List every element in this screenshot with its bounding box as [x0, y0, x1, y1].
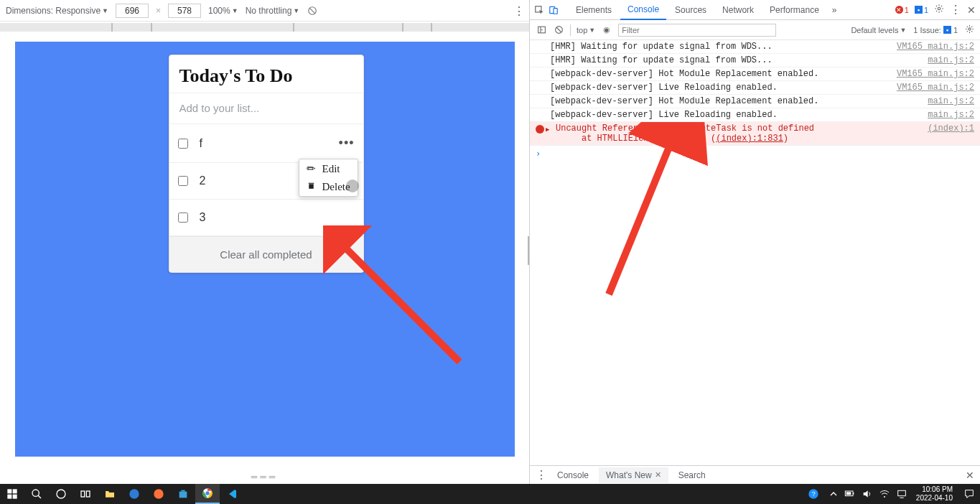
- firefox-icon[interactable]: [146, 484, 171, 504]
- app-frame: Today's To Do f ••• 2: [15, 42, 515, 457]
- wifi-icon[interactable]: [876, 484, 893, 504]
- message-source-link[interactable]: VM165 main.js:2: [888, 69, 974, 79]
- tab-network[interactable]: Network: [715, 1, 761, 19]
- drawer-tab-whatsnew[interactable]: What's New ✕: [599, 467, 668, 483]
- message-source-link[interactable]: VM165 main.js:2: [888, 83, 974, 93]
- device-viewport: Today's To Do f ••• 2: [0, 32, 529, 470]
- edge-icon[interactable]: [122, 484, 146, 504]
- drawer-kebab-icon[interactable]: ⋮: [536, 468, 547, 482]
- task-text: f: [200, 137, 202, 150]
- error-count-badge[interactable]: ✕ 1: [895, 6, 909, 14]
- log-levels-dropdown[interactable]: Default levels ▼: [851, 26, 906, 34]
- height-input[interactable]: [168, 4, 201, 18]
- console-message[interactable]: [webpack-dev-server] Live Reloading enab…: [530, 81, 980, 95]
- file-explorer-icon[interactable]: [98, 484, 122, 504]
- kebab-menu-icon[interactable]: ⋮: [950, 3, 961, 17]
- vertical-splitter[interactable]: [528, 236, 529, 265]
- clear-console-icon[interactable]: [553, 24, 564, 36]
- throttling-dropdown[interactable]: No throttling ▼: [246, 6, 300, 16]
- console-message[interactable]: [HMR] Waiting for update signal from WDS…: [530, 54, 980, 67]
- console-message[interactable]: [HMR] Waiting for update signal from WDS…: [530, 40, 980, 54]
- message-text: [webpack-dev-server] Hot Module Replacem…: [550, 96, 818, 106]
- action-center-icon[interactable]: [958, 484, 980, 504]
- console-error-message[interactable]: ▶ Uncaught ReferenceError: deleteTask is…: [530, 122, 980, 146]
- tab-elements[interactable]: Elements: [569, 1, 619, 19]
- close-devtools-icon[interactable]: ✕: [967, 4, 976, 16]
- search-icon[interactable]: [24, 484, 49, 504]
- svg-rect-28: [181, 490, 185, 492]
- message-icon: ▪: [915, 6, 923, 14]
- svg-point-36: [884, 496, 885, 498]
- task-checkbox[interactable]: [178, 139, 188, 149]
- svg-line-13: [556, 27, 561, 32]
- message-text: [webpack-dev-server] Live Reloading enab…: [550, 83, 778, 93]
- tab-console[interactable]: Console: [620, 0, 666, 20]
- console-message[interactable]: [webpack-dev-server] Hot Module Replacem…: [530, 95, 980, 108]
- clear-completed-button[interactable]: Clear all completed: [169, 236, 363, 272]
- task-row[interactable]: 2 ✏ Edit Delete: [169, 163, 363, 200]
- console-prompt[interactable]: ›: [530, 146, 980, 162]
- tab-performance[interactable]: Performance: [762, 1, 826, 19]
- devtools-pane: Elements Console Sources Network Perform…: [530, 0, 980, 484]
- close-tab-icon[interactable]: ✕: [655, 470, 661, 480]
- svg-rect-3: [308, 183, 314, 184]
- inspect-element-icon[interactable]: [534, 5, 544, 15]
- vscode-icon[interactable]: [220, 484, 244, 504]
- tray-chevron-icon[interactable]: [826, 484, 841, 504]
- drawer-tab-console[interactable]: Console: [550, 467, 596, 483]
- close-drawer-icon[interactable]: ✕: [966, 470, 974, 481]
- console-filter-input[interactable]: [618, 24, 776, 37]
- console-sidebar-toggle-icon[interactable]: [536, 24, 547, 36]
- task-row[interactable]: 3: [169, 200, 363, 236]
- message-source-link[interactable]: VM165 main.js:2: [888, 42, 974, 52]
- add-task-input[interactable]: [179, 102, 353, 114]
- clock-date: 2022-04-10: [916, 494, 953, 503]
- console-message[interactable]: [webpack-dev-server] Hot Module Replacem…: [530, 67, 980, 81]
- device-toggle-icon[interactable]: [549, 5, 559, 15]
- issues-link[interactable]: 1 Issue: ▪ 1: [913, 26, 958, 34]
- error-line2-pre: at HTMLLIElement.onclick (: [582, 134, 716, 144]
- task-view-icon[interactable]: [73, 484, 98, 504]
- battery-icon[interactable]: [841, 484, 859, 504]
- message-count-badge[interactable]: ▪ 1: [915, 6, 928, 14]
- resize-handle[interactable]: ═══: [0, 470, 529, 484]
- console-messages: [HMR] Waiting for update signal from WDS…: [530, 40, 980, 465]
- click-indicator: [346, 179, 359, 192]
- task-row[interactable]: f •••: [169, 124, 363, 163]
- context-edit-label: Edit: [322, 163, 340, 175]
- chrome-icon[interactable]: [195, 484, 220, 504]
- more-options-icon[interactable]: ⋮: [513, 4, 525, 18]
- context-edit[interactable]: ✏ Edit: [299, 159, 358, 178]
- console-message[interactable]: [webpack-dev-server] Live Reloading enab…: [530, 108, 980, 122]
- svg-point-8: [938, 7, 941, 10]
- svg-rect-17: [13, 489, 17, 493]
- zoom-dropdown[interactable]: 100% ▼: [208, 6, 238, 16]
- message-source-link[interactable]: main.js:2: [919, 110, 974, 120]
- task-checkbox[interactable]: [178, 213, 188, 223]
- volume-icon[interactable]: [859, 484, 876, 504]
- tab-sources[interactable]: Sources: [668, 1, 714, 19]
- network-icon[interactable]: [893, 484, 910, 504]
- expand-icon[interactable]: ▶: [546, 126, 549, 134]
- dimensions-dropdown[interactable]: Dimensions: Responsive ▼: [6, 6, 108, 16]
- more-icon[interactable]: •••: [339, 136, 355, 151]
- console-settings-icon[interactable]: [965, 24, 974, 35]
- drawer-tab-search[interactable]: Search: [671, 467, 713, 483]
- settings-gear-icon[interactable]: [934, 4, 944, 16]
- more-tabs-icon[interactable]: »: [828, 5, 841, 15]
- help-icon[interactable]: ?: [801, 484, 826, 504]
- live-expression-icon[interactable]: ◉: [601, 24, 612, 36]
- ms-store-icon[interactable]: [171, 484, 195, 504]
- task-checkbox[interactable]: [178, 176, 188, 186]
- rotate-icon[interactable]: [307, 5, 318, 17]
- message-source-link[interactable]: main.js:2: [919, 55, 974, 65]
- context-delete[interactable]: Delete: [299, 178, 358, 196]
- context-dropdown[interactable]: top ▼: [577, 26, 595, 34]
- width-input[interactable]: [116, 4, 149, 18]
- message-source-link[interactable]: main.js:2: [919, 96, 974, 106]
- start-button[interactable]: [0, 484, 24, 504]
- taskbar-clock[interactable]: 10:06 PM 2022-04-10: [910, 485, 958, 503]
- error-source-link[interactable]: (index):1: [919, 123, 974, 144]
- cortana-icon[interactable]: [49, 484, 73, 504]
- error-stack-link[interactable]: (index):1:831: [716, 134, 783, 144]
